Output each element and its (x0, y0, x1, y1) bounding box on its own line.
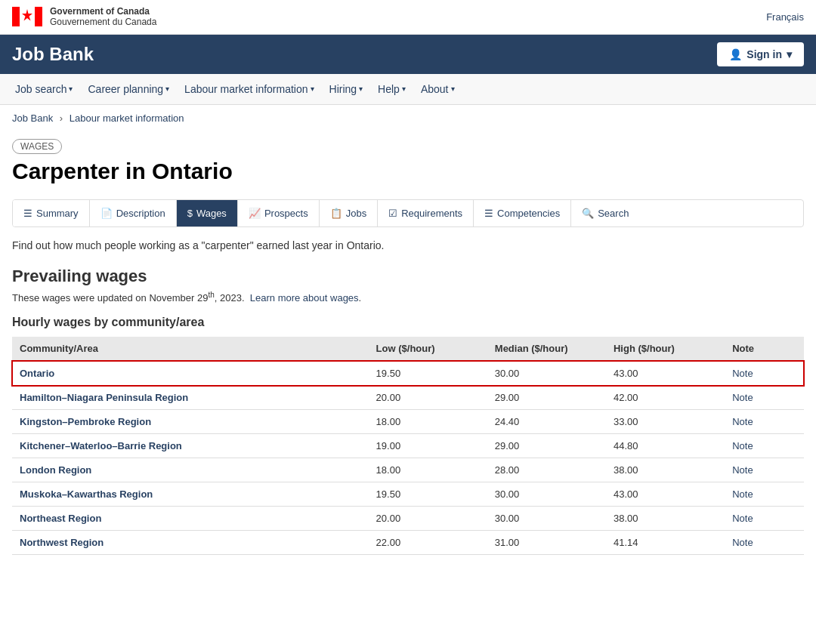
francais-link-container[interactable]: Français (766, 11, 804, 23)
nav-job-search[interactable]: Job search ▾ (8, 74, 80, 104)
wage-high: 38.00 (606, 507, 725, 531)
table-row: Kitchener–Waterloo–Barrie Region19.0029.… (12, 434, 804, 458)
col-low: Low ($/hour) (369, 337, 487, 361)
account-icon: 👤 (729, 48, 742, 60)
jobs-icon: 📋 (330, 208, 342, 219)
wage-low: 22.00 (369, 531, 487, 555)
sign-in-button[interactable]: 👤 Sign in ▾ (717, 42, 804, 66)
wages-icon: $ (187, 208, 193, 219)
wage-median: 30.00 (487, 507, 606, 531)
wage-high: 38.00 (606, 458, 725, 482)
svg-rect-0 (12, 7, 20, 26)
wage-low: 18.00 (369, 410, 487, 434)
wage-high: 43.00 (606, 482, 725, 507)
learn-more-wages-link[interactable]: Learn more about wages (250, 292, 359, 304)
note-link[interactable]: Note (732, 368, 753, 379)
wages-description: Find out how much people working as a "c… (12, 239, 804, 251)
col-note: Note (725, 337, 804, 361)
note-link[interactable]: Note (732, 488, 753, 500)
note-link[interactable]: Note (732, 440, 753, 451)
breadcrumb-separator: › (60, 112, 63, 124)
tab-description-label: Description (116, 208, 165, 219)
nav-hiring[interactable]: Hiring ▾ (322, 74, 371, 104)
breadcrumb: Job Bank › Labour market information (0, 105, 816, 131)
note-link[interactable]: Note (732, 416, 753, 427)
nav-hiring-label: Hiring (329, 83, 357, 95)
tab-wages[interactable]: $ Wages (177, 200, 238, 226)
table-row: Hamilton–Niagara Peninsula Region20.0029… (12, 386, 804, 410)
note-link[interactable]: Note (732, 513, 753, 524)
area-link[interactable]: Northwest Region (20, 537, 104, 548)
nav-help-label: Help (378, 83, 400, 95)
chevron-down-icon: ▾ (787, 48, 792, 60)
nav-job-search-chevron: ▾ (69, 85, 73, 93)
hourly-wages-heading: Hourly wages by community/area (12, 316, 804, 329)
wage-high: 44.80 (606, 434, 725, 458)
table-row: Northwest Region22.0031.0041.14Note (12, 531, 804, 555)
wage-median: 29.00 (487, 386, 606, 410)
requirements-icon: ☑ (388, 208, 397, 219)
government-name: Government of Canada Gouvernement du Can… (50, 6, 156, 28)
search-icon: 🔍 (582, 208, 594, 219)
prospects-icon: 📈 (249, 208, 261, 219)
tabs-container: ☰ Summary 📄 Description $ Wages 📈 Prospe… (12, 199, 804, 227)
col-community: Community/Area (12, 337, 369, 361)
col-median: Median ($/hour) (487, 337, 606, 361)
tab-competencies[interactable]: ☰ Competencies (474, 200, 571, 226)
wage-median: 28.00 (487, 458, 606, 482)
tab-competencies-label: Competencies (497, 208, 560, 219)
canada-flag (12, 7, 42, 26)
breadcrumb-labour-market[interactable]: Labour market information (70, 112, 184, 124)
tab-wages-label: Wages (196, 208, 227, 219)
tab-prospects[interactable]: 📈 Prospects (238, 200, 320, 226)
wage-low: 20.00 (369, 386, 487, 410)
note-link[interactable]: Note (732, 537, 753, 548)
summary-icon: ☰ (23, 208, 32, 219)
area-link[interactable]: Hamilton–Niagara Peninsula Region (20, 392, 188, 403)
note-link[interactable]: Note (732, 392, 753, 403)
wages-badge: WAGES (12, 139, 62, 154)
wage-high: 42.00 (606, 386, 725, 410)
tab-summary-label: Summary (36, 208, 79, 219)
table-row: Northeast Region20.0030.0038.00Note (12, 507, 804, 531)
tab-description[interactable]: 📄 Description (90, 200, 177, 226)
page-title: Carpenter in Ontario (12, 159, 804, 184)
nav-about[interactable]: About ▾ (413, 74, 462, 104)
area-link[interactable]: Ontario (20, 368, 54, 379)
nav-career-planning-label: Career planning (88, 83, 163, 95)
area-link[interactable]: Muskoka–Kawarthas Region (20, 488, 153, 500)
francais-link[interactable]: Français (766, 11, 804, 23)
tab-search[interactable]: 🔍 Search (571, 200, 639, 226)
nav-job-search-label: Job search (15, 83, 66, 95)
job-bank-header: Job Bank 👤 Sign in ▾ (0, 35, 816, 74)
breadcrumb-job-bank[interactable]: Job Bank (12, 112, 53, 124)
nav-labour-market[interactable]: Labour market information ▾ (177, 74, 321, 104)
table-row: Ontario19.5030.0043.00Note (12, 361, 804, 386)
nav-labour-market-chevron: ▾ (311, 85, 314, 93)
area-link[interactable]: Kingston–Pembroke Region (20, 416, 151, 427)
tab-jobs-label: Jobs (346, 208, 366, 219)
nav-help-chevron: ▾ (402, 85, 406, 93)
col-high: High ($/hour) (606, 337, 725, 361)
wage-high: 33.00 (606, 410, 725, 434)
area-link[interactable]: London Region (20, 464, 91, 476)
main-nav: Job search ▾ Career planning ▾ Labour ma… (0, 74, 816, 105)
wage-median: 31.00 (487, 531, 606, 555)
table-row: Muskoka–Kawarthas Region19.5030.0043.00N… (12, 482, 804, 507)
area-link[interactable]: Kitchener–Waterloo–Barrie Region (20, 440, 182, 451)
nav-help[interactable]: Help ▾ (370, 74, 413, 104)
table-row: Kingston–Pembroke Region18.0024.4033.00N… (12, 410, 804, 434)
sign-in-label: Sign in (746, 48, 782, 60)
tab-jobs[interactable]: 📋 Jobs (320, 200, 378, 226)
top-bar-left: Government of Canada Gouvernement du Can… (12, 6, 156, 28)
wage-low: 18.00 (369, 458, 487, 482)
nav-career-planning[interactable]: Career planning ▾ (80, 74, 177, 104)
tab-summary[interactable]: ☰ Summary (13, 200, 90, 226)
table-header-row: Community/Area Low ($/hour) Median ($/ho… (12, 337, 804, 361)
area-link[interactable]: Northeast Region (20, 513, 101, 524)
nav-labour-market-label: Labour market information (184, 83, 308, 95)
tab-requirements[interactable]: ☑ Requirements (378, 200, 474, 226)
note-link[interactable]: Note (732, 464, 753, 476)
wage-low: 20.00 (369, 507, 487, 531)
tab-search-label: Search (598, 208, 629, 219)
